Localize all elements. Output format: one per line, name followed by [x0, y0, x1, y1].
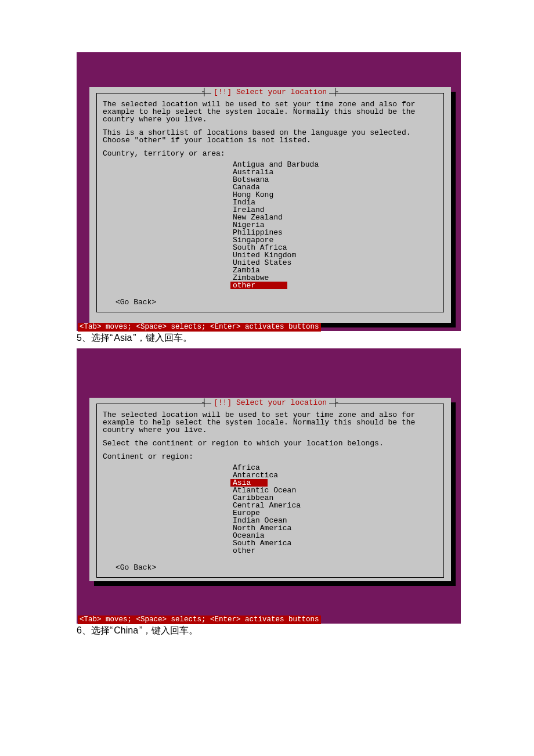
status-bar: <Tab> moves; <Space> selects; <Enter> ac…	[77, 616, 321, 624]
dialog-select-location-2: ┤ [!!] Select your location ├ The select…	[89, 398, 451, 581]
list-item[interactable]: United States	[230, 259, 438, 267]
list-item[interactable]: Antarctica	[230, 471, 438, 479]
dialog-prompt: Country, territory or area:	[103, 150, 438, 157]
list-item[interactable]: other	[230, 547, 438, 555]
caption-step-6: 6、选择“China”，键入回车。	[77, 626, 469, 635]
dialog-prompt: Continent or region:	[103, 453, 438, 460]
installer-terminal-1: ┤ [!!] Select your location ├ The select…	[77, 52, 461, 331]
dialog-text-1: The selected location will be used to se…	[103, 411, 438, 434]
option-list: Africa Antarctica Asia Atlantic Ocean Ca…	[230, 464, 438, 555]
list-item[interactable]: Hong Kong	[230, 191, 438, 199]
list-item[interactable]: Zimbabwe	[230, 274, 438, 282]
dialog-text-1: The selected location will be used to se…	[103, 100, 438, 123]
installer-terminal-2: ┤ [!!] Select your location ├ The select…	[77, 348, 461, 624]
option-list: Antigua and Barbuda Australia Botswana C…	[230, 161, 438, 289]
go-back-button[interactable]: <Go Back>	[116, 298, 438, 306]
dialog-text-2: Select the continent or region to which …	[103, 440, 438, 447]
list-item-selected[interactable]: other	[230, 282, 438, 289]
dialog-title: [!!] Select your location	[211, 88, 329, 96]
list-item[interactable]: Central America	[230, 502, 438, 509]
go-back-button[interactable]: <Go Back>	[116, 564, 438, 571]
caption-step-5: 5、选择“Asia”，键入回车。	[77, 333, 469, 343]
dialog-text-2: This is a shortlist of locations based o…	[103, 129, 438, 144]
list-item[interactable]: South America	[230, 539, 438, 547]
dialog-title: [!!] Select your location	[211, 399, 329, 406]
dialog-select-location-1: ┤ [!!] Select your location ├ The select…	[89, 87, 451, 323]
list-item[interactable]: Botswana	[230, 176, 438, 183]
status-bar: <Tab> moves; <Space> selects; <Enter> ac…	[77, 323, 321, 332]
